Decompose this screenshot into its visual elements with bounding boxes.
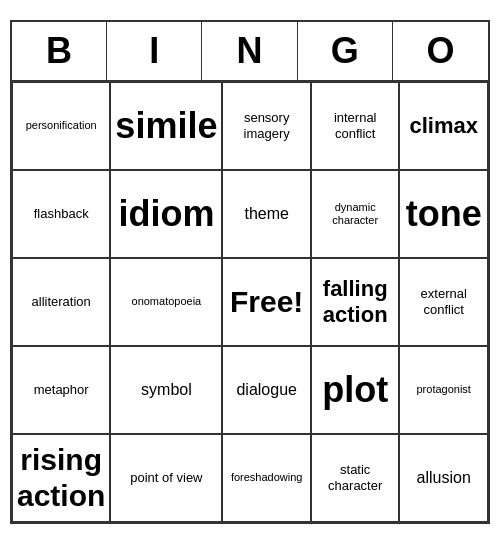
cell-text: dialogue: [236, 380, 297, 399]
bingo-cell[interactable]: metaphor: [12, 346, 110, 434]
bingo-cell[interactable]: simile: [110, 82, 222, 170]
bingo-cell[interactable]: point of view: [110, 434, 222, 522]
cell-text: dynamic character: [316, 201, 395, 227]
bingo-cell[interactable]: theme: [222, 170, 311, 258]
header-letter: B: [12, 22, 107, 80]
bingo-cell[interactable]: Free!: [222, 258, 311, 346]
cell-text: metaphor: [34, 382, 89, 398]
bingo-card: BINGO personificationsimilesensory image…: [10, 20, 490, 524]
cell-text: climax: [409, 113, 478, 139]
bingo-cell[interactable]: plot: [311, 346, 400, 434]
header-letter: O: [393, 22, 488, 80]
bingo-grid: personificationsimilesensory imageryinte…: [12, 82, 488, 522]
bingo-cell[interactable]: sensory imagery: [222, 82, 311, 170]
bingo-cell[interactable]: onomatopoeia: [110, 258, 222, 346]
bingo-cell[interactable]: personification: [12, 82, 110, 170]
bingo-cell[interactable]: external conflict: [399, 258, 488, 346]
cell-text: point of view: [130, 470, 202, 486]
cell-text: simile: [115, 104, 217, 147]
cell-text: alliteration: [32, 294, 91, 310]
cell-text: symbol: [141, 380, 192, 399]
bingo-cell[interactable]: symbol: [110, 346, 222, 434]
bingo-cell[interactable]: dynamic character: [311, 170, 400, 258]
cell-text: falling action: [316, 276, 395, 329]
cell-text: static character: [316, 462, 395, 493]
cell-text: protagonist: [417, 383, 471, 396]
cell-text: plot: [322, 368, 388, 411]
cell-text: onomatopoeia: [132, 295, 202, 308]
bingo-cell[interactable]: alliteration: [12, 258, 110, 346]
cell-text: Free!: [230, 284, 303, 320]
bingo-cell[interactable]: flashback: [12, 170, 110, 258]
cell-text: sensory imagery: [227, 110, 306, 141]
cell-text: allusion: [417, 468, 471, 487]
header-letter: N: [202, 22, 297, 80]
cell-text: idiom: [118, 192, 214, 235]
cell-text: external conflict: [404, 286, 483, 317]
bingo-cell[interactable]: foreshadowing: [222, 434, 311, 522]
cell-text: internal conflict: [316, 110, 395, 141]
bingo-cell[interactable]: idiom: [110, 170, 222, 258]
bingo-cell[interactable]: rising action: [12, 434, 110, 522]
bingo-cell[interactable]: climax: [399, 82, 488, 170]
bingo-cell[interactable]: static character: [311, 434, 400, 522]
cell-text: theme: [244, 204, 288, 223]
bingo-cell[interactable]: dialogue: [222, 346, 311, 434]
bingo-cell[interactable]: internal conflict: [311, 82, 400, 170]
bingo-cell[interactable]: protagonist: [399, 346, 488, 434]
cell-text: personification: [26, 119, 97, 132]
cell-text: rising action: [17, 442, 105, 514]
cell-text: tone: [406, 192, 482, 235]
bingo-cell[interactable]: tone: [399, 170, 488, 258]
header-letter: I: [107, 22, 202, 80]
cell-text: foreshadowing: [231, 471, 303, 484]
bingo-cell[interactable]: falling action: [311, 258, 400, 346]
header-letter: G: [298, 22, 393, 80]
cell-text: flashback: [34, 206, 89, 222]
bingo-header: BINGO: [12, 22, 488, 82]
bingo-cell[interactable]: allusion: [399, 434, 488, 522]
